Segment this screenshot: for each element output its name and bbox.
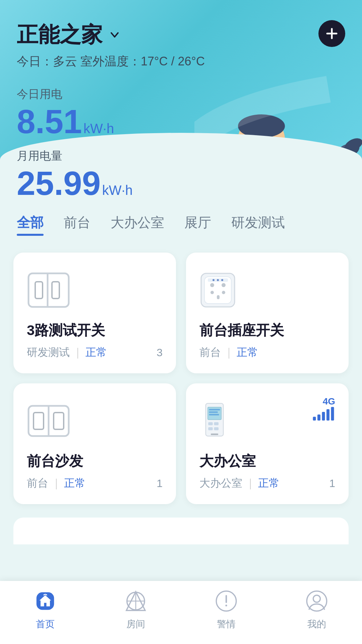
svg-rect-39 xyxy=(317,415,320,421)
svg-rect-37 xyxy=(211,434,219,435)
energy-section: 今日用电 8.51 kW·h 月用电量 25.99 kW·h xyxy=(17,87,345,200)
nav-home[interactable]: 首页 xyxy=(32,588,59,631)
profile-icon xyxy=(303,588,330,614)
svg-rect-19 xyxy=(217,295,220,299)
device-card-3[interactable]: 前台沙发 前台 ｜ 正常 1 xyxy=(13,383,176,504)
nav-rooms[interactable]: 房间 xyxy=(122,588,149,631)
svg-rect-38 xyxy=(313,417,316,421)
svg-point-50 xyxy=(313,595,320,602)
device-name-4: 大办公室 xyxy=(199,452,335,471)
svg-point-21 xyxy=(213,279,215,281)
svg-point-22 xyxy=(217,279,219,281)
device-name-1: 3路测试开关 xyxy=(27,321,163,340)
daily-energy-unit: kW·h xyxy=(83,121,114,136)
svg-rect-32 xyxy=(209,414,219,416)
device-name-3: 前台沙发 xyxy=(27,452,163,471)
svg-point-16 xyxy=(222,283,226,287)
device-meta-3: 前台 ｜ 正常 1 xyxy=(27,476,163,491)
device-meta-4: 大办公室 ｜ 正常 1 xyxy=(199,476,335,491)
device-name-2: 前台插座开关 xyxy=(199,321,335,340)
device-grid: 3路测试开关 研发测试 ｜ 正常 3 xyxy=(0,246,362,518)
device-location-2: 前台 xyxy=(199,345,221,360)
device-status-3: 正常 xyxy=(64,476,85,491)
nav-home-label: 首页 xyxy=(36,618,55,631)
daily-energy-label: 今日用电 xyxy=(17,87,345,102)
nav-rooms-label: 房间 xyxy=(126,618,145,631)
svg-point-15 xyxy=(210,283,214,287)
device-location-4: 大办公室 xyxy=(199,476,242,491)
alerts-icon xyxy=(213,588,240,614)
rooms-icon xyxy=(122,588,149,614)
nav-profile[interactable]: 我的 xyxy=(303,588,330,631)
partial-card-area xyxy=(0,518,362,544)
device-icon-outlet xyxy=(199,266,335,314)
device-location-1: 研发测试 xyxy=(27,345,70,360)
svg-point-17 xyxy=(210,291,214,294)
svg-rect-35 xyxy=(208,427,213,430)
svg-rect-34 xyxy=(214,422,219,425)
svg-rect-27 xyxy=(54,413,64,429)
svg-rect-31 xyxy=(209,412,218,413)
device-card-2[interactable]: 前台插座开关 前台 ｜ 正常 xyxy=(186,253,349,373)
svg-point-18 xyxy=(222,291,225,294)
svg-rect-12 xyxy=(52,282,59,299)
tab-all[interactable]: 全部 xyxy=(17,213,44,236)
tab-office[interactable]: 大办公室 xyxy=(111,213,164,236)
tab-front[interactable]: 前台 xyxy=(64,213,90,236)
app-title: 正能之家 xyxy=(17,20,103,49)
weather-info: 今日：多云 室外温度：17°C / 26°C xyxy=(17,53,205,70)
monthly-energy-label: 月用电量 xyxy=(17,148,345,164)
daily-energy-value: 8.51 xyxy=(17,103,82,140)
device-status-4: 正常 xyxy=(258,476,280,491)
nav-alerts[interactable]: 警情 xyxy=(213,588,240,631)
device-count-4: 1 xyxy=(329,477,335,490)
dropdown-chevron-icon[interactable] xyxy=(108,28,121,42)
device-location-3: 前台 xyxy=(27,476,48,491)
category-tabs: 全部 前台 大办公室 展厅 研发测试 xyxy=(17,213,345,236)
device-count-1: 3 xyxy=(157,346,163,359)
hero-section: 正能之家 今日：多云 室外温度：17°C / 26°C 今日用电 8.51 kW… xyxy=(0,0,362,200)
device-count-3: 1 xyxy=(157,477,163,490)
nav-alerts-label: 警情 xyxy=(217,618,236,631)
device-card-1[interactable]: 3路测试开关 研发测试 ｜ 正常 3 xyxy=(13,253,176,373)
tab-showroom[interactable]: 展厅 xyxy=(184,213,211,236)
tab-rnd[interactable]: 研发测试 xyxy=(231,213,285,236)
nav-profile-label: 我的 xyxy=(307,618,326,631)
svg-rect-36 xyxy=(214,427,219,430)
add-button[interactable] xyxy=(318,20,345,47)
device-icon-switch3 xyxy=(27,266,163,314)
partial-card xyxy=(13,518,349,544)
svg-rect-30 xyxy=(209,409,220,411)
svg-rect-33 xyxy=(208,422,213,425)
monthly-energy-value: 25.99 xyxy=(17,164,101,200)
home-icon xyxy=(32,588,59,614)
svg-rect-42 xyxy=(331,407,334,421)
device-icon-switch2 xyxy=(27,397,163,445)
svg-rect-26 xyxy=(34,413,44,429)
bottom-nav: 首页 房间 警情 xyxy=(0,581,362,644)
device-meta-1: 研发测试 ｜ 正常 3 xyxy=(27,345,163,360)
svg-point-48 xyxy=(225,605,227,606)
device-status-2: 正常 xyxy=(237,345,258,360)
svg-rect-40 xyxy=(322,412,325,421)
device-meta-2: 前台 ｜ 正常 xyxy=(199,345,335,360)
svg-rect-41 xyxy=(326,409,329,421)
svg-point-23 xyxy=(221,279,223,281)
tabs-section: 全部 前台 大办公室 展厅 研发测试 xyxy=(0,200,362,246)
device-icon-meter: 4G xyxy=(199,397,335,445)
svg-rect-11 xyxy=(35,282,43,299)
device-status-1: 正常 xyxy=(85,345,107,360)
monthly-energy-unit: kW·h xyxy=(102,183,133,198)
device-card-4[interactable]: 4G 大办公室 大办公室 ｜ 正常 1 xyxy=(186,383,349,504)
